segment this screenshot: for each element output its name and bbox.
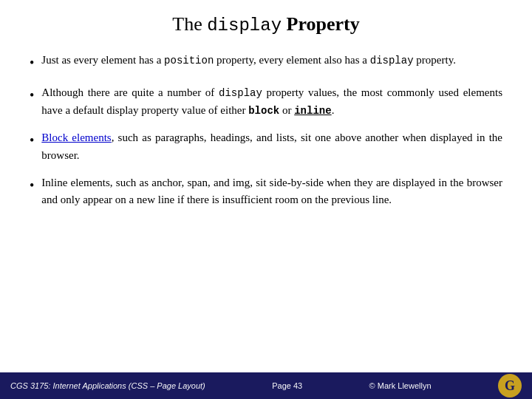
footer-copyright: © Mark Llewellyn: [369, 381, 432, 390]
bullet-item-2: • Although there are quite a number of d…: [30, 84, 502, 119]
logo-char: G: [505, 378, 515, 394]
bullet-dot-3: •: [30, 131, 34, 151]
footer-page: Page 43: [272, 381, 302, 390]
bullet-text-2: Although there are quite a number of dis…: [41, 84, 502, 119]
bullet-list: • Just as every element has a position p…: [30, 52, 502, 208]
footer-logo: G: [498, 374, 522, 398]
slide: The display Property • Just as every ele…: [0, 0, 532, 399]
code-inline: inline: [294, 105, 331, 117]
bullet-text-3: Block elements, such as paragraphs, head…: [41, 129, 502, 164]
footer-content: CGS 3175: Internet Applications (CSS – P…: [10, 374, 522, 398]
title-suffix: Property: [282, 13, 360, 35]
bullet-text-1: Just as every element has a position pro…: [41, 52, 502, 69]
footer-course: CGS 3175: Internet Applications (CSS – P…: [10, 381, 205, 390]
bullet-item-3: • Block elements, such as paragraphs, he…: [30, 129, 502, 164]
code-display-1: display: [370, 55, 414, 66]
bullet-dot-4: •: [30, 176, 34, 197]
code-block: block: [248, 105, 279, 117]
code-position: position: [164, 55, 214, 66]
bullet-text-4: Inline elements, such as anchor, span, a…: [41, 174, 502, 209]
bullet-dot-2: •: [30, 86, 34, 106]
bullet-dot-1: •: [30, 53, 34, 74]
bullet-item-4: • Inline elements, such as anchor, span,…: [30, 174, 502, 209]
title-prefix: The: [172, 13, 207, 35]
slide-title: The display Property: [30, 13, 502, 35]
content-area: The display Property • Just as every ele…: [0, 0, 532, 372]
title-code: display: [207, 16, 282, 35]
code-display-2: display: [219, 87, 262, 99]
block-elements-link[interactable]: Block elements: [41, 132, 111, 143]
bullet-item-1: • Just as every element has a position p…: [30, 52, 502, 74]
footer: CGS 3175: Internet Applications (CSS – P…: [0, 372, 532, 399]
